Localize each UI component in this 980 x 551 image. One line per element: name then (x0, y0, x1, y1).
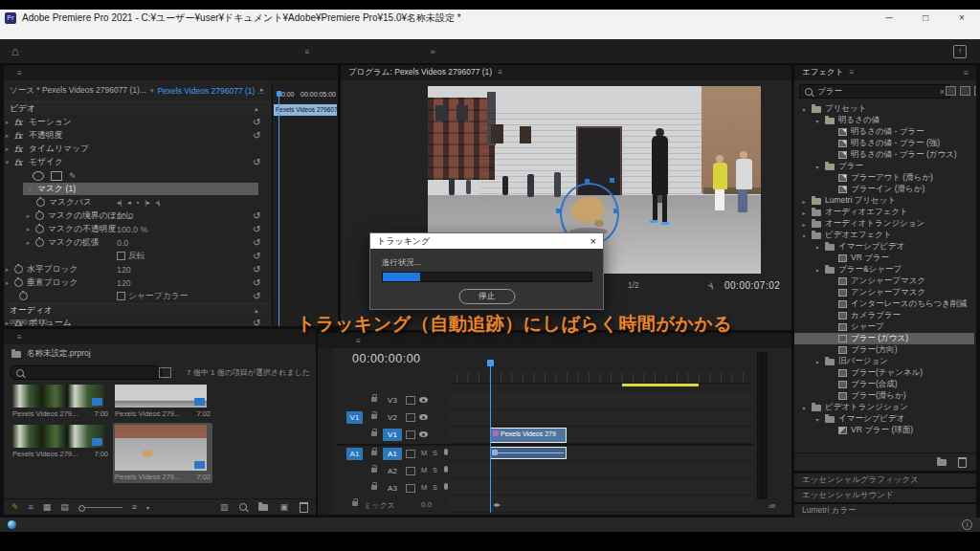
mini-playhead[interactable] (278, 91, 279, 326)
effect-tree-item[interactable]: アンシャープマスク (794, 276, 974, 287)
mute-button[interactable]: M (421, 483, 427, 492)
effect-tree-item[interactable]: 明るさの値 - ブラー (794, 126, 974, 138)
mask-path-label[interactable]: マスクパス (49, 197, 92, 209)
mask-handle[interactable] (585, 179, 590, 184)
tree-caret-icon[interactable]: ▾ (813, 244, 821, 251)
stopwatch-icon[interactable] (35, 211, 44, 220)
effect-controls-mini-timeline[interactable]: 00:00 00:00:05:00 Pexels Videos 2796077 … (272, 82, 338, 326)
effect-opacity[interactable]: 不透明度 (29, 130, 62, 142)
lock-icon[interactable] (371, 451, 377, 455)
effect-tree-item[interactable]: アンシャープマスク (794, 287, 974, 298)
reset-icon[interactable]: ↺ (253, 158, 260, 167)
track-backward-icon[interactable]: ◂ (127, 199, 131, 207)
reset-icon[interactable]: ↺ (253, 131, 260, 141)
effect-tree-item[interactable]: ▾ イマーシブビデオ (794, 241, 974, 253)
media-item[interactable]: Pexels Videos 279...7:00 (11, 423, 110, 483)
h-blocks-value[interactable]: 120 (117, 265, 131, 275)
reset-icon[interactable]: ↺ (253, 265, 260, 275)
effect-tree-item[interactable]: ブラーアウト (滑らか) (794, 172, 974, 184)
mask-item[interactable]: マスク (1) (37, 184, 76, 195)
pen-mask-icon[interactable]: ✎ (69, 171, 77, 181)
twirl-icon[interactable]: ▸ (4, 266, 11, 274)
collapsed-panel-header[interactable]: Lumetri カラー (794, 504, 976, 518)
chevron-right-icon[interactable]: ▸ (260, 86, 264, 94)
track-backward-one-icon[interactable]: ◂| (117, 199, 122, 207)
tree-caret-icon[interactable]: ▾ (800, 106, 808, 113)
32bit-color-filter-icon[interactable] (960, 86, 970, 96)
mask-handle[interactable] (613, 209, 618, 213)
reset-icon[interactable]: ↺ (253, 292, 260, 301)
tree-caret-icon[interactable]: ▾ (800, 405, 808, 411)
rect-mask-icon[interactable] (51, 171, 62, 181)
stopwatch-icon[interactable] (35, 238, 44, 247)
mute-button[interactable]: M (421, 449, 427, 457)
video-section-header[interactable]: ビデオ (10, 103, 35, 115)
twirl-icon[interactable]: ▸ (4, 119, 11, 126)
filter-icon[interactable] (159, 367, 171, 378)
track-stop-icon[interactable]: ▪ (137, 199, 139, 207)
track-target-button[interactable]: V3 (383, 394, 402, 407)
effect-tree-item[interactable]: ▾ 旧バージョン (794, 356, 974, 367)
mic-icon[interactable] (444, 466, 448, 473)
track-target-button[interactable]: A3 (383, 482, 402, 495)
mute-button[interactable]: M (421, 466, 427, 474)
audio-section-header[interactable]: オーディオ (10, 305, 53, 317)
tree-caret-icon[interactable]: ▾ (813, 267, 821, 274)
reset-icon[interactable]: ↺ (253, 238, 260, 248)
minimize-button[interactable]: ─ (871, 12, 907, 23)
workspace-overflow-icon[interactable]: » (431, 46, 435, 56)
twirl-icon[interactable]: ▸ (4, 145, 11, 153)
thumbnail-zoom-slider[interactable] (78, 507, 122, 508)
v-blocks-value[interactable]: 120 (117, 278, 131, 288)
twirl-icon[interactable]: ▾ (27, 186, 33, 193)
effect-tree-item[interactable]: ブラー(合成) (794, 379, 974, 390)
effect-tree-item[interactable]: 明るさの値 - ブラー (ガウス) (794, 149, 974, 161)
stop-button[interactable]: 停止 (458, 289, 515, 304)
media-item[interactable]: Pexels Videos 279...7:00 (11, 383, 110, 420)
reset-icon[interactable]: ↺ (253, 278, 260, 288)
sequence-tab[interactable] (350, 336, 361, 345)
audio-clip[interactable] (490, 447, 567, 459)
collapsed-panel-header[interactable]: エッセンシャルグラフィックス (794, 474, 976, 487)
effect-tree-item[interactable]: ブラーイン (滑らか) (794, 184, 974, 195)
close-button[interactable]: × (944, 12, 980, 23)
info-icon[interactable]: i (962, 519, 972, 530)
reset-icon[interactable]: ↺ (253, 225, 260, 234)
mask-handle[interactable] (556, 209, 561, 213)
v-blocks-label[interactable]: 垂直ブロック (27, 277, 78, 289)
effect-mosaic[interactable]: モザイク (29, 157, 63, 168)
effect-tree-item[interactable]: ブラー(滑らか) (794, 390, 974, 402)
sync-lock-icon[interactable] (406, 484, 415, 493)
eye-icon[interactable] (419, 397, 428, 403)
mix-track-value[interactable]: 0.0 (421, 500, 432, 509)
effect-tree-item[interactable]: ▾ ビデオエフェクト (794, 230, 974, 241)
list-view-icon[interactable]: ≡ (29, 502, 33, 512)
tree-caret-icon[interactable]: ▾ (813, 416, 821, 423)
sync-lock-icon[interactable] (406, 396, 415, 405)
sync-lock-icon[interactable] (406, 430, 415, 439)
trash-icon[interactable] (300, 502, 308, 513)
mask-opacity-label[interactable]: マスクの不透明度 (48, 224, 116, 235)
solo-button[interactable]: S (433, 449, 437, 457)
effect-tree-item[interactable]: ブラー (ガウス) (794, 333, 974, 344)
stopwatch-icon[interactable] (14, 278, 23, 287)
mask-expansion-label[interactable]: マスクの拡張 (48, 237, 100, 249)
effect-tree-item[interactable]: シャープ (794, 321, 974, 333)
effect-tree-item[interactable]: ▾ 明るさの値 (794, 115, 974, 126)
lock-icon[interactable] (371, 485, 377, 490)
icon-view-icon[interactable]: ▦ (43, 502, 52, 512)
track-target-button[interactable]: A2 (383, 465, 402, 477)
delete-custom-item-icon[interactable] (958, 457, 967, 468)
close-icon[interactable]: × (590, 235, 596, 247)
project-search-input[interactable] (10, 365, 163, 380)
solo-button[interactable]: S (433, 483, 437, 492)
effect-tree-item[interactable]: ▾ プリセット (794, 103, 974, 115)
effect-tree-item[interactable]: ▸ Lumetri プリセット (794, 195, 974, 207)
track-target-button[interactable]: V1 (383, 429, 402, 441)
tree-caret-icon[interactable]: ▾ (813, 359, 821, 365)
sort-icon[interactable]: ≡ (132, 502, 137, 512)
writable-pen-icon[interactable]: ✎ (11, 502, 19, 512)
effect-tree-item[interactable]: VR ブラー (794, 253, 974, 264)
effect-tree-item[interactable]: ▾ イマーシブビデオ (794, 413, 974, 425)
tree-caret-icon[interactable]: ▾ (813, 118, 821, 124)
